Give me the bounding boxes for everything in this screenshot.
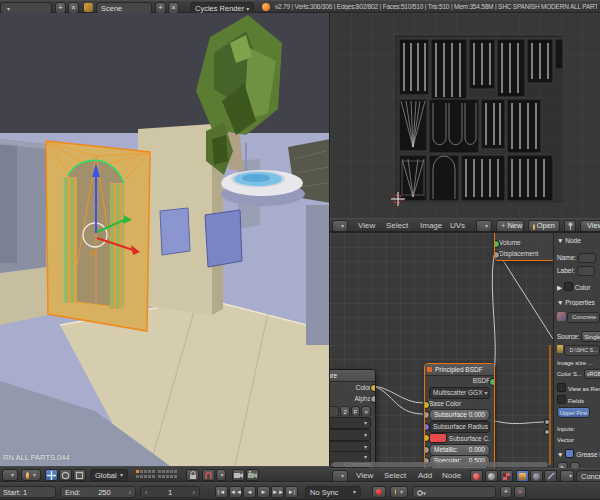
uv-menu-select[interactable]: Select bbox=[386, 219, 408, 232]
viewport-3d[interactable]: RN ALL PARTS.044 bbox=[0, 13, 330, 466]
key-icon bbox=[417, 489, 426, 497]
next-keyframe-button[interactable]: ►► bbox=[271, 486, 284, 498]
node-editor-type-dropdown[interactable]: ▾ bbox=[332, 470, 348, 482]
image-datablock-name[interactable]: Con bbox=[330, 406, 339, 416]
node-editor[interactable]: Image Texture Color Alpha Con 2 F × Colo… bbox=[330, 232, 600, 468]
np-image-icon bbox=[557, 312, 566, 321]
color-output-socket[interactable] bbox=[370, 384, 376, 392]
frame-start-field[interactable]: Start: 1 bbox=[0, 486, 56, 498]
uv-editor-type-dropdown[interactable]: ▾ bbox=[332, 220, 348, 232]
selected-door-object[interactable] bbox=[46, 141, 150, 331]
magnet-icon bbox=[204, 471, 213, 480]
image-texture-node[interactable]: Image Texture Color Alpha Con 2 F × Colo… bbox=[330, 369, 376, 468]
principled-bsdf-node[interactable]: Principled BSDF BSDF Multiscatter GGX▾ B… bbox=[424, 363, 495, 468]
translate-icon bbox=[47, 471, 56, 480]
record-icon bbox=[376, 489, 382, 495]
pin-image-button[interactable] bbox=[564, 220, 576, 232]
render-opengl-anim-button[interactable] bbox=[246, 469, 259, 481]
compositing-tree-button[interactable] bbox=[485, 470, 498, 482]
layers-widget[interactable] bbox=[136, 470, 180, 480]
interpolation-dropdown[interactable]: Linear▾ bbox=[330, 429, 371, 441]
new-image-button[interactable]: +New bbox=[496, 220, 524, 232]
subsurface-color-swatch[interactable] bbox=[429, 433, 447, 443]
object-mode-icon bbox=[26, 472, 29, 479]
manipulator-rotate-button[interactable] bbox=[59, 469, 72, 481]
subsurface-radius-dropdown[interactable]: Subsurface Radius▾ bbox=[429, 421, 490, 433]
end-value: 250 bbox=[98, 487, 111, 497]
np-source-value[interactable]: Single Image bbox=[581, 331, 600, 342]
active-keying-set-field[interactable] bbox=[412, 486, 496, 498]
texture-tree-button[interactable] bbox=[500, 470, 513, 482]
image-size-label: Image size ... bbox=[557, 360, 600, 366]
label-field[interactable] bbox=[577, 266, 595, 276]
play-button[interactable]: ► bbox=[257, 486, 270, 498]
image-users-button[interactable]: 2 bbox=[340, 406, 349, 416]
folder-icon bbox=[533, 223, 535, 230]
linestyle-button[interactable] bbox=[544, 470, 557, 482]
node-menu-add[interactable]: Add bbox=[418, 469, 432, 482]
insert-keyframe-button[interactable]: + bbox=[500, 486, 512, 498]
image-unlink-button[interactable]: × bbox=[361, 406, 371, 416]
upper-first-button[interactable]: Upper First bbox=[557, 407, 590, 418]
bsdf-output-socket[interactable] bbox=[489, 378, 495, 386]
record-button[interactable] bbox=[372, 486, 386, 498]
object-shader-button[interactable] bbox=[516, 470, 529, 482]
delete-keyframe-button[interactable]: × bbox=[514, 486, 526, 498]
grease-pencil-section-header[interactable]: ▼ Grease Pencil bbox=[557, 449, 600, 458]
current-frame-field[interactable]: ‹1› bbox=[140, 486, 200, 498]
sync-mode-dropdown[interactable]: No Sync▾ bbox=[305, 486, 361, 498]
subsurface-slider[interactable]: Subsurface0.000 bbox=[429, 409, 490, 421]
uv-menu-image[interactable]: Image bbox=[420, 219, 442, 232]
alpha-output-socket[interactable] bbox=[370, 395, 376, 403]
name-field[interactable] bbox=[578, 253, 596, 263]
snap-element-dropdown[interactable]: ▾ bbox=[216, 469, 226, 481]
node-menu-select[interactable]: Select bbox=[384, 469, 406, 482]
distribution-dropdown[interactable]: Multiscatter GGX▾ bbox=[429, 387, 490, 399]
node-section-header[interactable]: ▼ Node bbox=[557, 237, 600, 244]
manipulator-translate-button[interactable] bbox=[45, 469, 58, 481]
keying-set-dropdown[interactable]: ▾ bbox=[390, 486, 408, 498]
material-output-node[interactable]: Volume Displacement bbox=[494, 232, 555, 261]
material-sphere-icon bbox=[473, 473, 480, 480]
node-menu-node[interactable]: Node bbox=[442, 469, 461, 482]
view-as-render-checkbox[interactable]: View as Render bbox=[557, 383, 600, 392]
transform-orientation-dropdown[interactable]: Global▾ bbox=[90, 469, 128, 481]
image-fake-user-button[interactable]: F bbox=[351, 406, 361, 416]
uv-view-mode-dropdown[interactable]: View▾ bbox=[580, 220, 600, 232]
manipulator-scale-button[interactable] bbox=[73, 469, 86, 481]
play-reverse-button[interactable]: ◄ bbox=[243, 486, 256, 498]
image-browse-dropdown[interactable]: ▾ bbox=[476, 220, 492, 232]
material-name-field[interactable]: Concrete bbox=[576, 470, 600, 482]
fields-checkbox[interactable]: Fields bbox=[557, 395, 600, 404]
snap-button[interactable] bbox=[202, 469, 215, 481]
np-colorspace-value[interactable]: sRGB bbox=[584, 369, 600, 379]
node-menu-view[interactable]: View bbox=[356, 469, 373, 482]
info-bar: ▾ + × Scene + × Cycles Render▾ v2.79 | V… bbox=[0, 0, 600, 13]
properties-section-header[interactable]: ▼ Properties bbox=[557, 299, 600, 306]
frame-end-field[interactable]: End:250› bbox=[60, 486, 136, 498]
pin-icon bbox=[567, 222, 574, 230]
shader-tree-button[interactable] bbox=[470, 470, 483, 482]
uv-menu-view[interactable]: View bbox=[358, 219, 375, 232]
jump-to-start-button[interactable]: |◄ bbox=[215, 486, 228, 498]
mode-dropdown[interactable]: ▾ bbox=[21, 469, 41, 481]
node-editor-hscrollbar[interactable] bbox=[332, 462, 548, 467]
active-object-name: RN ALL PARTS.044 bbox=[3, 453, 70, 462]
inputs-label: Inputs: bbox=[557, 426, 600, 432]
properties-section-label: Properties bbox=[565, 299, 595, 306]
open-image-button[interactable]: Open bbox=[528, 220, 560, 232]
blender-logo-icon bbox=[262, 3, 270, 11]
lock-to-scene-button[interactable] bbox=[186, 469, 199, 481]
color-space-dropdown[interactable]: Color▾ bbox=[330, 417, 371, 429]
uv-menu-uvs[interactable]: UVs bbox=[450, 219, 465, 232]
render-opengl-button[interactable] bbox=[232, 469, 245, 481]
color-section-header[interactable]: ▶ Color bbox=[557, 282, 600, 292]
prev-keyframe-button[interactable]: ◄◄ bbox=[229, 486, 242, 498]
jump-to-end-button[interactable]: ►| bbox=[285, 486, 298, 498]
editor-type-dropdown[interactable]: ▾ bbox=[2, 469, 18, 481]
uv-image-editor[interactable] bbox=[330, 13, 600, 218]
world-shader-button[interactable] bbox=[530, 470, 543, 482]
material-browse-dropdown[interactable]: ▾ bbox=[560, 470, 574, 482]
image-path-field[interactable]: D:\SHC S... bbox=[564, 345, 600, 356]
np-image-datablock[interactable]: Concrete bbox=[557, 312, 600, 323]
